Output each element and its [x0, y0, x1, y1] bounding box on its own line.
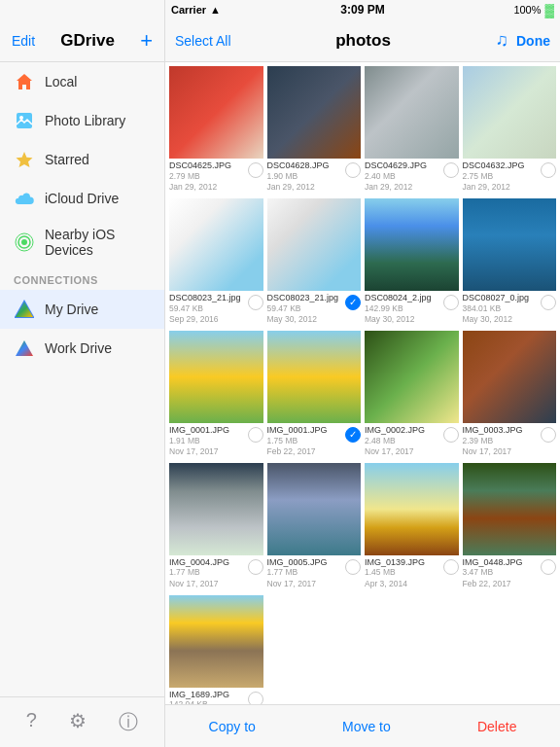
photo-select-circle[interactable]: ✓: [345, 295, 361, 310]
page-title: photos: [335, 31, 391, 51]
gdrive-work-icon: [14, 338, 35, 359]
sidebar-item-nearby[interactable]: Nearby iOS Devices: [0, 218, 164, 267]
photo-item[interactable]: IMG_0003.JPG2.39 MBNov 17, 2017: [463, 331, 557, 459]
photo-meta: IMG_0448.JPG3.47 MBFeb 22, 2017: [463, 557, 542, 589]
svg-point-3: [21, 239, 27, 245]
photo-meta: DSC08023_21.jpg59.47 KBMay 30, 2012: [267, 293, 346, 325]
photo-size: 2.48 MB: [365, 436, 443, 446]
photo-item[interactable]: DSC08027_0.jpg384.01 KBMay 30, 2012: [463, 198, 557, 327]
photo-date: Nov 17, 2017: [169, 446, 248, 457]
photo-item[interactable]: DSC04629.JPG2.40 MBJan 29, 2012: [365, 66, 459, 195]
photo-item[interactable]: IMG_0001.JPG1.75 MBFeb 22, 2017✓: [267, 331, 362, 459]
sidebar-item-my-drive[interactable]: My Drive: [0, 290, 164, 329]
photo-select-circle[interactable]: [345, 162, 361, 178]
photo-date: Feb 22, 2017: [463, 579, 542, 589]
photo-item[interactable]: DSC08023_21.jpg59.47 KBMay 30, 2012✓: [267, 198, 362, 327]
photo-date: Nov 17, 2017: [169, 579, 248, 589]
photo-select-circle[interactable]: [541, 427, 556, 443]
music-icon[interactable]: ♫: [496, 30, 509, 51]
done-button[interactable]: Done: [516, 33, 550, 49]
photo-meta: IMG_0005.JPG1.77 MBNov 17, 2017: [267, 557, 346, 589]
photo-thumbnail: [169, 331, 263, 423]
photo-item[interactable]: IMG_0002.JPG2.48 MBNov 17, 2017: [365, 331, 459, 459]
sidebar-item-work-drive[interactable]: Work Drive: [0, 329, 164, 368]
photo-select-circle[interactable]: [443, 162, 459, 178]
photo-item[interactable]: DSC08023_21.jpg59.47 KBSep 29, 2016: [169, 198, 263, 327]
sidebar-item-icloud[interactable]: iCloud Drive: [0, 179, 164, 218]
photo-size: 142.99 KB: [365, 303, 443, 314]
photo-select-circle[interactable]: [541, 162, 556, 178]
photo-meta: DSC04632.JPG2.75 MBJan 29, 2012: [463, 160, 542, 193]
photo-name: DSC04625.JPG: [169, 160, 248, 171]
photo-item[interactable]: DSC08024_2.jpg142.99 KBMay 30, 2012: [365, 198, 459, 327]
sidebar-item-local[interactable]: Local: [0, 62, 164, 101]
photo-select-circle[interactable]: [345, 559, 361, 575]
photo-date: Jan 29, 2012: [169, 182, 248, 193]
copy-to-button[interactable]: Copy to: [199, 719, 265, 734]
photo-select-circle[interactable]: ✓: [345, 427, 361, 443]
photo-item[interactable]: IMG_0139.JPG1.45 MBApr 3, 2014: [365, 463, 459, 591]
sidebar-navigation: Local Photo Library Starred iCloud Drive: [0, 62, 164, 696]
photo-item[interactable]: DSC04628.JPG1.90 MBJan 29, 2012: [267, 66, 362, 195]
photo-info: IMG_0001.JPG1.91 MBNov 17, 2017: [169, 423, 263, 459]
photo-thumbnail: [169, 463, 263, 555]
settings-icon[interactable]: ⚙: [69, 709, 87, 735]
photo-info: IMG_0448.JPG3.47 MBFeb 22, 2017: [463, 555, 557, 591]
photo-item[interactable]: IMG_0004.JPG1.77 MBNov 17, 2017: [169, 463, 263, 591]
svg-marker-2: [17, 152, 33, 167]
photo-thumbnail: [365, 66, 459, 159]
select-all-button[interactable]: Select All: [175, 33, 231, 49]
move-to-button[interactable]: Move to: [332, 719, 401, 734]
photo-meta: DSC04625.JPG2.79 MBJan 29, 2012: [169, 160, 248, 193]
photo-info: DSC04632.JPG2.75 MBJan 29, 2012: [463, 159, 557, 195]
photo-select-circle[interactable]: [443, 295, 459, 310]
photo-select-circle[interactable]: [248, 295, 263, 310]
photo-select-circle[interactable]: [541, 559, 556, 575]
photo-name: DSC08024_2.jpg: [365, 293, 443, 303]
wifi-icon: ▲: [210, 4, 221, 16]
sidebar-item-photo-library[interactable]: Photo Library: [0, 101, 164, 140]
photo-item[interactable]: DSC04632.JPG2.75 MBJan 29, 2012: [463, 66, 557, 195]
main-content: Carrier ▲ 3:09 PM 100% ▓ Select All phot…: [165, 0, 560, 747]
sidebar-item-work-drive-label: Work Drive: [45, 340, 112, 356]
photo-select-circle[interactable]: [248, 427, 263, 443]
photo-name: DSC04628.JPG: [267, 160, 346, 171]
sidebar-add-button[interactable]: +: [140, 30, 153, 52]
photo-item[interactable]: IMG_1689.JPG142.04 KBJul 20, 2013: [169, 595, 263, 704]
photo-item[interactable]: IMG_0005.JPG1.77 MBNov 17, 2017: [267, 463, 362, 591]
photo-item[interactable]: DSC04625.JPG2.79 MBJan 29, 2012: [169, 66, 263, 195]
photo-select-circle[interactable]: [248, 162, 263, 178]
photo-size: 1.45 MB: [365, 567, 443, 578]
photo-info: DSC08027_0.jpg384.01 KBMay 30, 2012: [463, 291, 557, 327]
photo-thumbnail: [463, 463, 557, 555]
photo-info: IMG_0003.JPG2.39 MBNov 17, 2017: [463, 423, 557, 459]
help-icon[interactable]: ?: [26, 709, 37, 735]
photo-select-circle[interactable]: [248, 559, 263, 575]
photo-name: DSC08023_21.jpg: [267, 293, 346, 303]
photo-item[interactable]: IMG_0001.JPG1.91 MBNov 17, 2017: [169, 331, 263, 459]
photo-date: May 30, 2012: [463, 314, 542, 325]
photo-date: Nov 17, 2017: [463, 446, 542, 457]
photo-item[interactable]: IMG_0448.JPG3.47 MBFeb 22, 2017: [463, 463, 557, 591]
photo-grid-container: DSC04625.JPG2.79 MBJan 29, 2012DSC04628.…: [165, 62, 560, 704]
photo-info: IMG_0139.JPG1.45 MBApr 3, 2014: [365, 555, 459, 591]
photo-thumbnail: [463, 198, 557, 291]
photo-select-circle[interactable]: [541, 295, 556, 310]
photo-select-circle[interactable]: [443, 559, 459, 575]
photo-size: 1.91 MB: [169, 436, 248, 446]
sidebar-item-nearby-label: Nearby iOS Devices: [45, 227, 151, 258]
photo-thumbnail: [169, 198, 263, 291]
info-icon[interactable]: ⓘ: [119, 709, 138, 735]
photo-meta: DSC08024_2.jpg142.99 KBMay 30, 2012: [365, 293, 443, 325]
delete-button[interactable]: Delete: [468, 719, 526, 734]
photo-select-circle[interactable]: [248, 692, 263, 704]
photo-name: DSC04629.JPG: [365, 160, 443, 171]
photo-icon: [14, 110, 35, 131]
photo-info: IMG_0001.JPG1.75 MBFeb 22, 2017✓: [267, 423, 362, 459]
photo-meta: IMG_0001.JPG1.75 MBFeb 22, 2017: [267, 425, 346, 457]
sidebar-edit-button[interactable]: Edit: [12, 33, 35, 49]
photo-size: 1.77 MB: [267, 567, 346, 578]
sidebar-item-starred[interactable]: Starred: [0, 140, 164, 179]
photo-meta: IMG_0002.JPG2.48 MBNov 17, 2017: [365, 425, 443, 457]
photo-select-circle[interactable]: [443, 427, 459, 443]
